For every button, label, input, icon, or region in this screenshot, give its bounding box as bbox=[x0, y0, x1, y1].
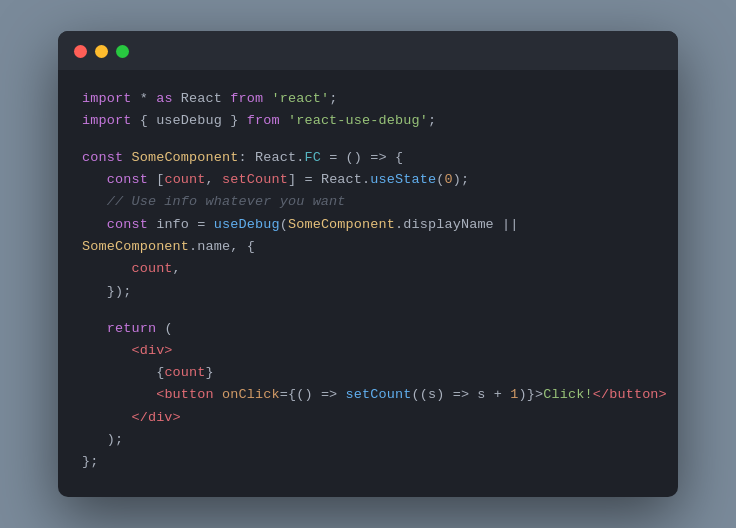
maximize-button[interactable] bbox=[116, 45, 129, 58]
code-line-3: const SomeComponent: React.FC = () => { bbox=[82, 147, 654, 169]
code-line-16: }; bbox=[82, 451, 654, 473]
code-line-10: return ( bbox=[82, 318, 654, 340]
code-line-2: import { useDebug } from 'react-use-debu… bbox=[82, 110, 654, 132]
code-line-7: SomeComponent.name, { bbox=[82, 236, 654, 258]
blank-line-1 bbox=[82, 132, 654, 147]
code-line-6: const info = useDebug(SomeComponent.disp… bbox=[82, 214, 654, 236]
code-editor: import * as React from 'react'; import {… bbox=[58, 70, 678, 498]
code-line-5: // Use info whatever you want bbox=[82, 191, 654, 213]
code-line-14: </div> bbox=[82, 407, 654, 429]
code-line-1: import * as React from 'react'; bbox=[82, 88, 654, 110]
code-line-11: <div> bbox=[82, 340, 654, 362]
code-line-13: <button onClick={() => setCount((s) => s… bbox=[82, 384, 654, 406]
minimize-button[interactable] bbox=[95, 45, 108, 58]
code-line-4: const [count, setCount] = React.useState… bbox=[82, 169, 654, 191]
code-line-8: count, bbox=[82, 258, 654, 280]
code-line-9: }); bbox=[82, 281, 654, 303]
title-bar bbox=[58, 31, 678, 70]
code-line-15: ); bbox=[82, 429, 654, 451]
code-line-12: {count} bbox=[82, 362, 654, 384]
code-window: import * as React from 'react'; import {… bbox=[58, 31, 678, 498]
blank-line-2 bbox=[82, 303, 654, 318]
close-button[interactable] bbox=[74, 45, 87, 58]
